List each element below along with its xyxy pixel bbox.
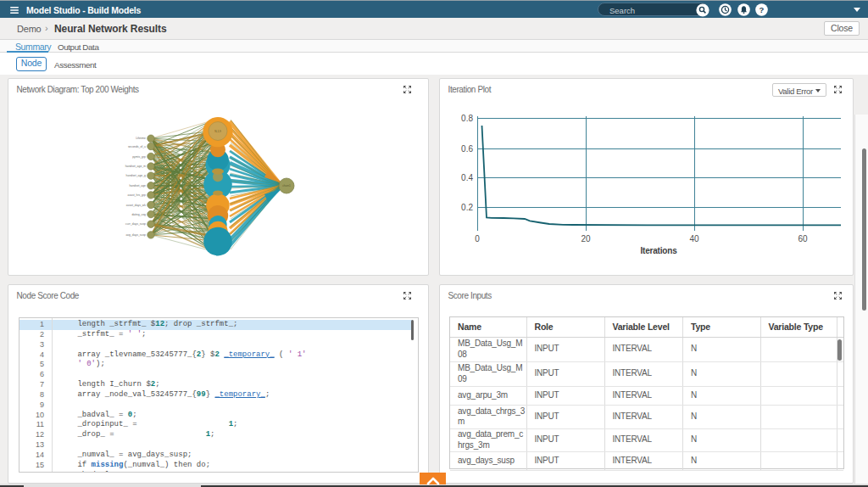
svg-text:dating_usg: dating_usg <box>131 213 146 216</box>
svg-text:0.4: 0.4 <box>461 173 473 182</box>
svg-text:avast_days_wk: avast_days_wk <box>126 204 146 207</box>
svg-text:40: 40 <box>689 234 699 244</box>
svg-text:20: 20 <box>581 234 591 244</box>
svg-text:Lifetime: Lifetime <box>136 137 146 140</box>
svg-text:Iterations: Iterations <box>640 246 677 255</box>
svg-text:seconds_of_u: seconds_of_u <box>128 145 146 148</box>
svg-text:N,1,9: N,1,9 <box>214 130 221 133</box>
svg-text:0.8: 0.8 <box>461 114 473 123</box>
svg-text:handset_age_g: handset_age_g <box>126 174 146 177</box>
svg-text:handset_age_m: handset_age_m <box>125 165 146 168</box>
svg-text:avg_days_susp: avg_days_susp <box>125 233 146 237</box>
svg-text:pymts_grp: pymts_grp <box>132 155 146 159</box>
svg-text:avast_hrs_grp: avast_hrs_grp <box>128 193 147 197</box>
svg-text:0.2: 0.2 <box>461 203 473 212</box>
svg-text:?: ? <box>760 5 765 14</box>
svg-text:churn1: churn1 <box>282 184 291 188</box>
svg-text:handset_age: handset_age <box>129 184 146 188</box>
svg-text:60: 60 <box>798 234 808 244</box>
svg-text:curr_days_susp: curr_days_susp <box>125 222 146 226</box>
svg-text:0: 0 <box>475 234 480 244</box>
svg-text:0.6: 0.6 <box>461 144 473 154</box>
